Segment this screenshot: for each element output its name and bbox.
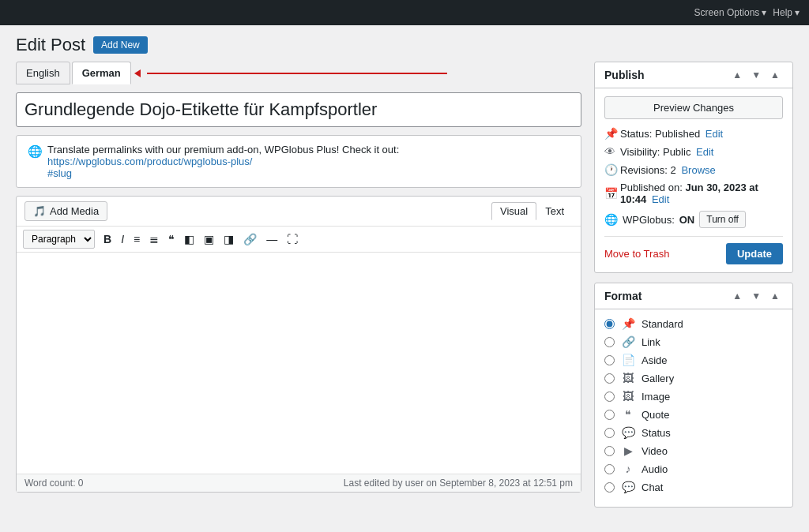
editor-toolbar-top: 🎵 Add Media Visual Text (17, 197, 581, 227)
status-label: Status: Published Edit (620, 128, 723, 140)
format-radio-status[interactable] (604, 428, 615, 438)
format-metabox-header[interactable]: Format ▲ ▼ ▲ (595, 283, 792, 309)
format-label-quote[interactable]: Quote (642, 409, 669, 421)
revisions-browse-link[interactable]: Browse (681, 164, 715, 176)
format-option-standard[interactable]: 📌 Standard (604, 317, 783, 330)
help-button[interactable]: Help ▾ (773, 7, 800, 18)
format-radio-gallery[interactable] (604, 373, 615, 384)
publish-metabox-body: Preview Changes 📌 Status: Published Edit… (595, 88, 792, 272)
format-option-audio[interactable]: ♪ Audio (604, 463, 783, 475)
format-label-link[interactable]: Link (642, 336, 660, 348)
visibility-icon: 👁 (604, 145, 620, 158)
top-bar: Screen Options ▾ Help ▾ (0, 0, 809, 25)
format-collapse-up[interactable]: ▲ (729, 290, 745, 302)
format-radio-chat[interactable] (604, 482, 615, 493)
format-option-video[interactable]: ▶ Video (604, 444, 783, 457)
italic-button[interactable]: I (117, 231, 128, 247)
tab-visual[interactable]: Visual (491, 202, 536, 220)
format-option-chat[interactable]: 💬 Chat (604, 481, 783, 493)
metabox-controls: ▲ ▼ ▲ (729, 69, 783, 81)
arrow-line (147, 73, 447, 74)
publish-metabox-header[interactable]: Publish ▲ ▼ ▲ (595, 62, 792, 88)
format-option-gallery[interactable]: 🖼 Gallery (604, 372, 783, 384)
add-media-button[interactable]: 🎵 Add Media (24, 201, 107, 221)
metabox-collapse-down[interactable]: ▼ (748, 69, 764, 81)
sidebar: Publish ▲ ▼ ▲ Preview Changes 📌 Status: (594, 62, 793, 517)
editor-footer: Word count: 0 Last edited by user on Sep… (17, 474, 581, 492)
editor-content[interactable] (17, 253, 581, 474)
format-metabox-title: Format (604, 290, 642, 302)
calendar-icon: 📅 (604, 187, 620, 200)
format-option-quote[interactable]: ❝ Quote (604, 408, 783, 421)
unordered-list-button[interactable]: ≡ (130, 231, 144, 247)
status-icon: 📌 (604, 127, 620, 140)
format-radio-standard[interactable] (604, 319, 615, 329)
horizontal-rule-button[interactable]: — (262, 231, 281, 247)
update-button[interactable]: Update (726, 243, 783, 264)
status-edit-link[interactable]: Edit (706, 128, 723, 140)
visibility-value: Public (663, 146, 690, 158)
tab-english[interactable]: English (16, 62, 70, 84)
paragraph-select[interactable]: Paragraph (23, 230, 95, 249)
format-label-aside[interactable]: Aside (642, 354, 668, 366)
align-center-button[interactable]: ▣ (200, 231, 218, 247)
format-radio-aside[interactable] (604, 355, 615, 365)
wpglobus-plus-link[interactable]: https://wpglobus.com/product/wpglobus-pl… (47, 155, 252, 167)
align-left-button[interactable]: ◧ (180, 231, 198, 247)
format-option-aside[interactable]: 📄 Aside (604, 354, 783, 366)
post-title-input[interactable] (16, 92, 581, 127)
revisions-row: 🕐 Revisions: 2 Browse (604, 163, 783, 176)
add-new-button[interactable]: Add New (93, 36, 148, 54)
globe-icon: 🌐 (28, 144, 43, 159)
format-radio-audio[interactable] (604, 464, 615, 474)
wpglobus-turn-off-button[interactable]: Turn off (699, 211, 746, 228)
move-to-trash-link[interactable]: Move to Trash (604, 248, 669, 260)
format-label-standard[interactable]: Standard (642, 318, 683, 330)
wpglobus-label: WPGlobus: (623, 214, 675, 226)
format-metabox-controls: ▲ ▼ ▲ (729, 290, 783, 302)
arrow-head-icon (134, 69, 141, 77)
link-button[interactable]: 🔗 (239, 231, 261, 247)
tab-text[interactable]: Text (536, 202, 573, 220)
screen-options-button[interactable]: Screen Options ▾ (694, 7, 767, 18)
publish-actions: Move to Trash Update (604, 236, 783, 264)
revisions-label: Revisions: 2 Browse (620, 164, 716, 176)
language-tabs: English German (16, 62, 581, 84)
format-label-image[interactable]: Image (642, 391, 670, 403)
format-label-chat[interactable]: Chat (642, 481, 663, 493)
wpglobus-globe-icon: 🌐 (604, 213, 618, 226)
publish-metabox: Publish ▲ ▼ ▲ Preview Changes 📌 Status: (594, 62, 793, 273)
metabox-collapse-up[interactable]: ▲ (729, 69, 745, 81)
preview-changes-button[interactable]: Preview Changes (604, 96, 783, 119)
content-area: English German 🌐 Translate permalinks wi… (16, 62, 581, 493)
tab-german[interactable]: German (72, 62, 131, 84)
ordered-list-button[interactable]: ≣ (145, 231, 163, 247)
bold-button[interactable]: B (100, 231, 115, 247)
slug-link[interactable]: #slug (47, 167, 72, 179)
format-radio-image[interactable] (604, 392, 615, 402)
fullscreen-button[interactable]: ⛶ (283, 231, 302, 247)
format-collapse-down[interactable]: ▼ (748, 290, 764, 302)
format-close[interactable]: ▲ (767, 290, 783, 302)
blockquote-button[interactable]: ❝ (164, 231, 179, 247)
language-arrow-indicator (136, 69, 447, 77)
format-label-audio[interactable]: Audio (642, 463, 668, 475)
visibility-edit-link[interactable]: Edit (696, 146, 713, 158)
format-option-link[interactable]: 🔗 Link (604, 335, 783, 348)
metabox-close[interactable]: ▲ (767, 69, 783, 81)
main-layout: English German 🌐 Translate permalinks wi… (16, 62, 793, 517)
format-icon-standard: 📌 (621, 317, 635, 330)
format-option-image[interactable]: 🖼 Image (604, 390, 783, 403)
visibility-label: Visibility: Public Edit (620, 146, 713, 158)
publish-metabox-title: Publish (604, 69, 645, 81)
format-option-status[interactable]: 💬 Status (604, 426, 783, 439)
format-radio-link[interactable] (604, 337, 615, 347)
format-label-status[interactable]: Status (642, 427, 671, 439)
format-radio-video[interactable] (604, 446, 615, 456)
format-label-video[interactable]: Video (642, 445, 668, 457)
format-label-gallery[interactable]: Gallery (642, 373, 674, 384)
align-right-button[interactable]: ◨ (220, 231, 238, 247)
format-metabox: Format ▲ ▼ ▲ 📌 Standard 🔗 Link 📄 Aside (594, 283, 793, 508)
published-on-edit-link[interactable]: Edit (652, 193, 669, 205)
format-radio-quote[interactable] (604, 410, 615, 420)
